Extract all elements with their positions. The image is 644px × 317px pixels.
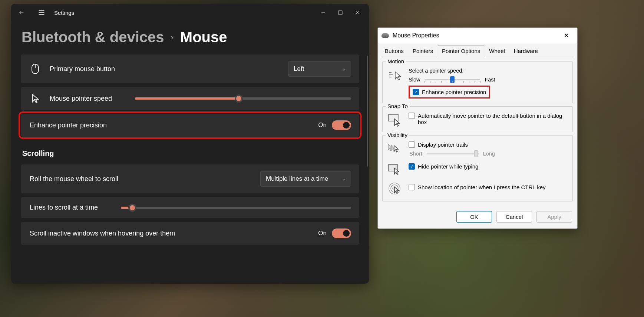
primary-mouse-button-value: Left xyxy=(294,65,304,73)
scrollbar[interactable] xyxy=(367,56,368,167)
chevron-down-icon: ⌄ xyxy=(342,176,346,181)
hide-pointer-label: Hide pointer while typing xyxy=(418,163,478,170)
snapto-group-title: Snap To xyxy=(386,103,410,109)
close-button[interactable] xyxy=(349,4,366,21)
dialog-title: Mouse Properties xyxy=(393,32,439,39)
visibility-group-title: Visibility xyxy=(386,132,409,138)
hide-pointer-icon xyxy=(387,162,403,177)
primary-mouse-button-select[interactable]: Left ⌄ xyxy=(288,61,351,77)
mouse-properties-dialog: Mouse Properties ✕ Buttons Pointers Poin… xyxy=(377,27,578,229)
pointer-speed-slider[interactable] xyxy=(135,97,351,100)
pointer-speed-icon xyxy=(387,68,403,83)
motion-group-title: Motion xyxy=(386,58,406,64)
dialog-tabs: Buttons Pointers Pointer Options Wheel H… xyxy=(378,43,577,57)
primary-mouse-button-row: Primary mouse button Left ⌄ xyxy=(21,54,359,83)
mouse-small-icon xyxy=(382,33,389,38)
roll-wheel-label: Roll the mouse wheel to scroll xyxy=(30,175,118,183)
lines-scroll-label: Lines to scroll at a time xyxy=(30,204,98,211)
settings-body: Primary mouse button Left ⌄ Mouse pointe… xyxy=(11,54,369,245)
inactive-windows-label: Scroll inactive windows when hovering ov… xyxy=(30,230,175,237)
enhance-precision-toggle[interactable]: On xyxy=(318,120,351,130)
tab-wheel[interactable]: Wheel xyxy=(485,45,509,57)
minimize-button[interactable] xyxy=(315,4,332,21)
settings-window: Settings Bluetooth & devices › Mouse Pri… xyxy=(11,4,369,284)
dialog-buttons: OK Cancel Apply xyxy=(378,208,577,228)
breadcrumb: Bluetooth & devices › Mouse xyxy=(11,21,369,54)
chevron-down-icon: ⌄ xyxy=(342,66,346,71)
display-trails-label: Display pointer trails xyxy=(418,141,468,148)
trails-long-label: Long xyxy=(483,151,495,157)
inactive-windows-row: Scroll inactive windows when hovering ov… xyxy=(21,222,359,245)
window-title: Settings xyxy=(54,10,74,16)
slow-label: Slow xyxy=(409,77,420,83)
enhance-pointer-precision-row: Enhance pointer precision On xyxy=(21,114,359,137)
trails-short-label: Short xyxy=(409,151,422,157)
back-button[interactable] xyxy=(14,4,29,21)
mouse-icon xyxy=(29,63,42,74)
tab-buttons[interactable]: Buttons xyxy=(381,45,408,57)
ok-button[interactable]: OK xyxy=(456,211,492,223)
pointer-speed-slider-dialog[interactable] xyxy=(425,79,480,80)
hide-pointer-checkbox[interactable] xyxy=(409,163,415,170)
apply-button[interactable]: Apply xyxy=(536,211,572,223)
lines-scroll-slider[interactable] xyxy=(121,207,351,209)
display-trails-checkbox[interactable] xyxy=(409,141,415,148)
enhance-precision-state: On xyxy=(318,121,327,129)
tab-pointers[interactable]: Pointers xyxy=(409,45,437,57)
roll-wheel-row: Roll the mouse wheel to scroll Multiple … xyxy=(21,164,359,193)
tab-pointer-options[interactable]: Pointer Options xyxy=(438,45,484,57)
svg-rect-2 xyxy=(389,114,398,121)
ctrl-locate-icon xyxy=(387,182,403,197)
ctrl-locate-label: Show location of pointer when I press th… xyxy=(418,184,546,190)
primary-mouse-button-label: Primary mouse button xyxy=(50,65,115,73)
snapto-icon xyxy=(387,113,403,127)
pointer-speed-prompt: Select a pointer speed: xyxy=(409,68,568,74)
enhance-precision-highlight: Enhance pointer precision xyxy=(409,86,490,99)
enhance-precision-checkbox[interactable] xyxy=(413,89,419,95)
titlebar: Settings xyxy=(11,4,369,21)
dialog-close-button[interactable]: ✕ xyxy=(559,31,574,40)
snapto-checkbox[interactable] xyxy=(409,113,415,119)
visibility-group: Visibility Display pointer trails xyxy=(382,135,573,201)
inactive-windows-state: On xyxy=(318,230,327,237)
maximize-button[interactable] xyxy=(332,4,349,21)
chevron-right-icon: › xyxy=(171,33,174,42)
snapto-checkbox-label: Automatically move pointer to the defaul… xyxy=(418,113,568,125)
lines-scroll-row: Lines to scroll at a time xyxy=(21,197,359,218)
cursor-icon xyxy=(29,94,42,103)
breadcrumb-current: Mouse xyxy=(180,29,227,46)
svg-rect-0 xyxy=(338,11,342,14)
inactive-windows-toggle[interactable]: On xyxy=(318,228,351,238)
pointer-trails-icon xyxy=(387,141,403,156)
pointer-speed-row: Mouse pointer speed xyxy=(21,87,359,110)
ctrl-locate-checkbox[interactable] xyxy=(409,184,415,190)
roll-wheel-select[interactable]: Multiple lines at a time ⌄ xyxy=(260,171,351,187)
menu-button[interactable] xyxy=(34,4,49,21)
cancel-button[interactable]: Cancel xyxy=(496,211,532,223)
roll-wheel-value: Multiple lines at a time xyxy=(266,175,328,183)
breadcrumb-parent[interactable]: Bluetooth & devices xyxy=(22,29,164,46)
trails-length-slider xyxy=(427,153,479,154)
dialog-body: Motion Select a pointer speed: Slow xyxy=(378,57,577,208)
dialog-titlebar: Mouse Properties ✕ xyxy=(378,28,577,43)
enhance-precision-label: Enhance pointer precision xyxy=(30,121,107,129)
tab-hardware[interactable]: Hardware xyxy=(510,45,542,57)
motion-group: Motion Select a pointer speed: Slow xyxy=(382,61,573,103)
scrolling-section-header: Scrolling xyxy=(21,140,359,161)
pointer-speed-label: Mouse pointer speed xyxy=(50,95,112,103)
enhance-precision-checkbox-label: Enhance pointer precision xyxy=(422,89,486,95)
fast-label: Fast xyxy=(485,77,495,83)
snapto-group: Snap To Automatically move pointer to th… xyxy=(382,106,573,132)
